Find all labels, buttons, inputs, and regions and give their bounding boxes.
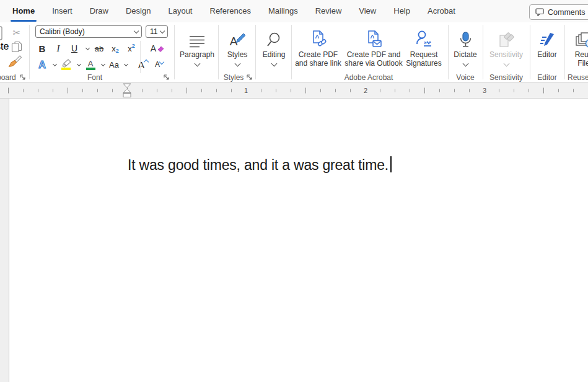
create-pdf-share-link-button[interactable]: Create PDF and share link	[296, 25, 341, 72]
document-canvas: It was good times, and it a was great ti…	[0, 99, 588, 382]
editor-button[interactable]: Editor	[532, 25, 563, 72]
format-painter-icon	[8, 55, 22, 68]
font-color-dropdown[interactable]	[99, 57, 107, 72]
font-size-value: 11	[150, 27, 157, 36]
text-effects-dropdown[interactable]	[50, 57, 58, 72]
subscript-button[interactable]: x2	[107, 41, 123, 56]
tab-mailings[interactable]: Mailings	[260, 0, 307, 22]
text-cursor	[390, 156, 392, 172]
superscript-mark: 2	[132, 43, 135, 49]
text-effects-button[interactable]: A	[34, 57, 50, 72]
chevron-down-icon	[194, 61, 200, 67]
highlight-color-dropdown[interactable]	[74, 57, 82, 72]
tab-layout[interactable]: Layout	[159, 0, 201, 22]
grow-font-button[interactable]: A	[135, 57, 151, 72]
tab-help[interactable]: Help	[385, 0, 419, 22]
caret-up-icon	[144, 60, 149, 64]
chevron-down-icon	[160, 29, 165, 33]
active-tab-underline	[11, 20, 37, 22]
ruler-medium-ticks	[8, 87, 588, 93]
styles-icon: A	[229, 27, 246, 48]
comment-bubble-icon	[535, 8, 544, 16]
ruler-number: 1	[242, 87, 250, 94]
group-divider	[174, 25, 175, 79]
chevron-down-icon	[271, 61, 277, 67]
comments-button[interactable]: Comments	[529, 4, 588, 20]
shrink-font-button[interactable]: A	[151, 57, 167, 72]
editing-menu-button[interactable]: Editing	[257, 25, 291, 72]
change-case-button[interactable]: Aa	[107, 57, 121, 72]
chevron-down-icon	[53, 61, 57, 66]
chevron-down-icon	[462, 61, 468, 67]
ribbon-tab-bar: Home Insert Draw Design Layout Reference…	[0, 0, 588, 22]
group-divider	[218, 25, 219, 79]
subscript-mark: 2	[116, 48, 119, 54]
group-divider	[29, 25, 30, 79]
svg-text:x: x	[424, 40, 427, 45]
document-text[interactable]: It was good times, and it a was great ti…	[128, 156, 392, 174]
eraser-icon	[157, 45, 164, 52]
font-name-value: Calibri (Body)	[40, 27, 85, 36]
signature-person-icon: x	[415, 27, 433, 48]
reuse-files-label-line2: Files	[577, 59, 588, 68]
chevron-down-icon	[503, 61, 509, 67]
adobe-acrobat-group-label: Adobe Acrobat	[322, 73, 415, 82]
tab-insert[interactable]: Insert	[43, 0, 81, 22]
styles-dialog-launcher-icon[interactable]	[247, 74, 253, 81]
horizontal-ruler[interactable]: 1 2 3	[0, 82, 588, 99]
strikethrough-button[interactable]: ab	[91, 41, 107, 56]
styles-button[interactable]: A Styles	[220, 25, 255, 72]
chevron-down-icon	[85, 45, 89, 50]
font-name-combobox[interactable]: Calibri (Body)	[35, 25, 142, 38]
button-label-line1: Create PDF	[299, 50, 338, 59]
document-page[interactable]: It was good times, and it a was great ti…	[9, 99, 588, 382]
tab-acrobat[interactable]: Acrobat	[419, 0, 464, 22]
highlight-color-button[interactable]	[58, 57, 74, 72]
paragraph-lines-icon	[189, 27, 205, 48]
tab-view[interactable]: View	[350, 0, 385, 22]
underline-options-dropdown[interactable]	[82, 41, 91, 56]
chevron-down-icon	[77, 61, 81, 66]
microphone-icon	[459, 27, 473, 48]
clipboard-dialog-launcher-icon[interactable]	[20, 74, 26, 81]
format-painter-button[interactable]	[7, 55, 22, 68]
sensitivity-button: Sensitivity	[485, 25, 527, 72]
clear-formatting-button[interactable]: A	[148, 41, 167, 56]
superscript-button[interactable]: x2	[123, 41, 139, 56]
underline-button[interactable]: U	[66, 41, 82, 56]
ruler-number: 2	[362, 87, 369, 94]
bold-button[interactable]: B	[34, 41, 50, 56]
reuse-files-button[interactable]: Reuse Files	[567, 25, 588, 72]
dictate-button[interactable]: Dictate	[450, 25, 480, 72]
editor-group-label: Editor	[530, 73, 564, 82]
chevron-down-icon	[234, 61, 240, 67]
pdf-link-icon	[309, 27, 328, 48]
font-dialog-launcher-icon[interactable]	[164, 74, 170, 81]
font-color-button[interactable]: A	[82, 57, 99, 72]
indent-marker[interactable]	[122, 83, 132, 98]
group-divider	[483, 25, 483, 79]
ruler-number: 3	[481, 87, 488, 94]
tab-home[interactable]: Home	[4, 0, 43, 22]
sensitivity-button-label: Sensitivity	[489, 50, 523, 59]
tab-design[interactable]: Design	[117, 0, 159, 22]
button-label-line1: Create PDF and	[347, 50, 401, 59]
font-size-combobox[interactable]: 11	[146, 25, 168, 38]
request-signatures-button[interactable]: x Request Signatures	[405, 25, 443, 72]
italic-button[interactable]: I	[50, 41, 66, 56]
tab-review[interactable]: Review	[307, 0, 351, 22]
grow-font-glyph: A	[138, 60, 144, 70]
text-effects-glyph: A	[38, 60, 46, 70]
change-case-dropdown[interactable]	[121, 57, 129, 72]
create-pdf-share-outlook-button[interactable]: Create PDF and share via Outlook	[342, 25, 405, 72]
copy-button[interactable]	[9, 40, 24, 53]
font-color-swatch	[86, 68, 95, 70]
cut-button[interactable]: ✂	[9, 26, 24, 40]
editor-button-label: Editor	[537, 50, 556, 59]
tab-draw[interactable]: Draw	[81, 0, 117, 22]
pdf-email-icon	[364, 27, 383, 48]
editing-button-label: Editing	[263, 50, 286, 59]
clear-formatting-label: A	[151, 43, 156, 53]
paragraph-menu-button[interactable]: Paragraph	[177, 25, 217, 72]
tab-references[interactable]: References	[201, 0, 260, 22]
